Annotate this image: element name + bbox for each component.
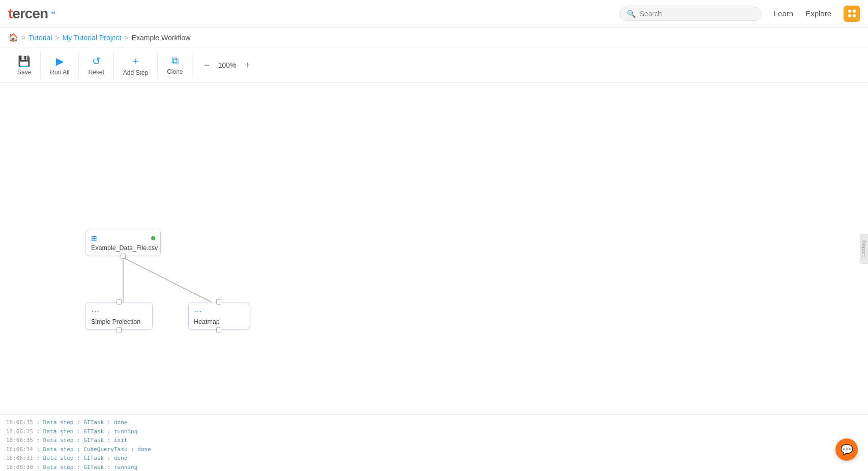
zoom-level: 100% [218, 61, 236, 69]
logo-trademark: ™ [50, 11, 55, 17]
zoom-out-button[interactable]: − [200, 59, 213, 71]
log-time: 18:06:34 [6, 446, 33, 453]
reset-label: Reset [88, 69, 104, 76]
search-icon: 🔍 [627, 10, 635, 18]
search-input[interactable] [640, 10, 754, 18]
simple-projection-handle-bottom[interactable] [117, 327, 122, 333]
breadcrumb-sep-2: > [55, 34, 59, 42]
data-file-status [151, 236, 155, 240]
save-button[interactable]: 💾 Save [8, 52, 41, 79]
heatmap-handle-top[interactable] [216, 299, 221, 304]
log-time: 18:06:35 [6, 428, 33, 435]
add-step-icon: ＋ [130, 54, 140, 68]
clone-label: Clone [167, 68, 183, 75]
log-entry: 18:06:30 : Data step : GITask : running [6, 463, 862, 471]
svg-line-1 [123, 258, 211, 302]
chat-icon: 💬 [841, 444, 853, 456]
run-all-button[interactable]: ▶ Run All [41, 52, 79, 79]
report-panel-tab[interactable]: Report [860, 234, 868, 264]
log-entry: 18:06:34 : Data step : CubeQueryTask : d… [6, 445, 862, 454]
heatmap-icon: ⋯ [194, 307, 202, 316]
data-file-label: Example_Data_File.csv [91, 244, 155, 252]
breadcrumb-project[interactable]: My Tutorial Project [63, 34, 122, 42]
log-entry: 18:06:35 : Data step : GITask : init [6, 436, 862, 445]
log-entry: 18:06:31 : Data step : GITask : done [6, 454, 862, 463]
user-avatar[interactable] [844, 6, 860, 22]
search-box[interactable]: 🔍 [619, 7, 762, 21]
main-content: ⊞ Example_Data_File.csv ⋯ Simple Project… [0, 83, 868, 471]
log-time: 18:06:30 [6, 464, 33, 470]
log-time: 18:06:31 [6, 455, 33, 461]
clone-button[interactable]: ⧉ Clone [158, 52, 192, 78]
save-icon: 💾 [18, 55, 31, 67]
breadcrumb-tutorial[interactable]: Tutorial [28, 34, 52, 42]
node-simple-projection[interactable]: ⋯ Simple Projection [85, 302, 153, 330]
zoom-controls: − 100% + [200, 59, 253, 71]
learn-link[interactable]: Learn [774, 9, 793, 18]
canvas-area[interactable]: ⊞ Example_Data_File.csv ⋯ Simple Project… [0, 83, 868, 414]
toolbar: 💾 Save ▶ Run All ↺ Reset ＋ Add Step ⧉ Cl… [0, 48, 868, 83]
breadcrumb-current: Example Workflow [132, 34, 191, 42]
chat-button[interactable]: 💬 [835, 438, 858, 461]
explore-link[interactable]: Explore [805, 9, 831, 18]
simple-projection-icon: ⋯ [91, 307, 99, 316]
reset-button[interactable]: ↺ Reset [79, 52, 113, 79]
run-all-label: Run All [50, 69, 69, 76]
logo-text: ercen [12, 6, 48, 21]
clone-icon: ⧉ [171, 55, 179, 67]
node-heatmap[interactable]: ⋯ Heatmap [188, 302, 249, 330]
zoom-in-button[interactable]: + [241, 59, 253, 71]
reset-icon: ↺ [92, 55, 101, 67]
simple-projection-handle-top[interactable] [117, 299, 122, 304]
report-tab-label: Report [861, 240, 866, 257]
breadcrumb-sep-3: > [124, 34, 128, 42]
heatmap-handle-bottom[interactable] [216, 327, 221, 333]
avatar-icon [848, 10, 856, 17]
log-time: 18:06:35 [6, 419, 33, 426]
heatmap-label: Heatmap [194, 318, 244, 325]
data-file-handle-bottom[interactable] [121, 254, 126, 259]
breadcrumb: 🏠 > Tutorial > My Tutorial Project > Exa… [0, 27, 868, 48]
log-entry: 18:06:35 : Data step : GITask : running [6, 427, 862, 436]
log-area: 18:06:35 : Data step : GITask : done18:0… [0, 414, 868, 471]
add-step-label: Add Step [123, 69, 148, 76]
node-data-file[interactable]: ⊞ Example_Data_File.csv [85, 230, 161, 256]
top-navigation: tercen ™ 🔍 Learn Explore [0, 0, 868, 27]
nav-right: 🔍 Learn Explore [619, 6, 860, 22]
add-step-button[interactable]: ＋ Add Step [114, 51, 158, 79]
run-all-icon: ▶ [56, 55, 64, 67]
log-entry: 18:06:35 : Data step : GITask : done [6, 418, 862, 427]
logo[interactable]: tercen ™ [8, 6, 55, 22]
breadcrumb-sep-1: > [21, 34, 25, 42]
log-time: 18:06:35 [6, 437, 33, 444]
save-label: Save [17, 69, 31, 76]
home-icon[interactable]: 🏠 [8, 33, 18, 42]
simple-projection-label: Simple Projection [91, 318, 147, 325]
data-file-icon: ⊞ [91, 234, 97, 242]
